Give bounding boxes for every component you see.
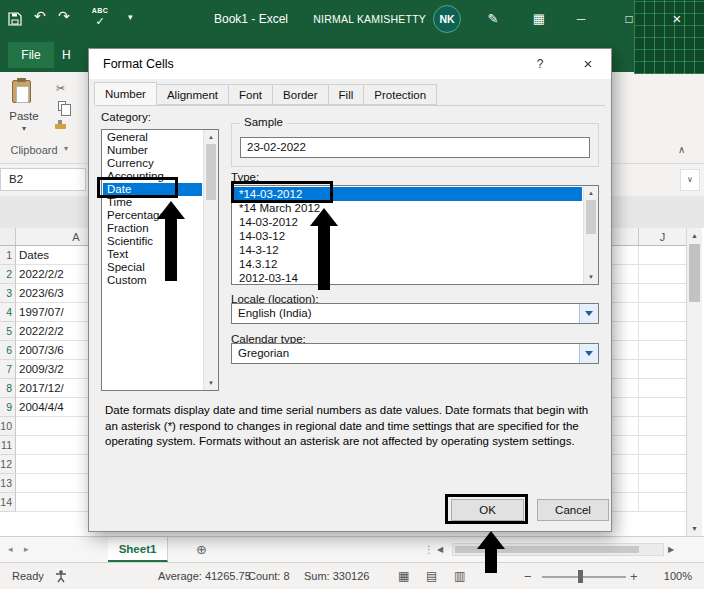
row-header[interactable]: 3 [0, 284, 16, 303]
scroll-down-icon[interactable]: ▼ [204, 376, 218, 390]
cell-j[interactable] [639, 246, 686, 265]
account-user-name[interactable]: NIRMAL KAMISHETTY [288, 0, 426, 38]
cell-j[interactable] [639, 265, 686, 284]
qat-dropdown-icon[interactable]: ▾ [128, 12, 133, 22]
scroll-down-icon[interactable]: ▼ [687, 521, 702, 536]
category-option[interactable]: Number [103, 144, 202, 157]
row-header[interactable]: 10 [0, 417, 16, 436]
dialog-help-icon[interactable]: ? [527, 49, 553, 79]
row-header[interactable]: 14 [0, 493, 16, 512]
file-tab[interactable]: File [8, 42, 54, 68]
format-painter-icon[interactable] [55, 124, 66, 129]
category-option[interactable]: Special [103, 261, 202, 274]
vertical-scrollbar-thumb[interactable] [689, 244, 700, 302]
zoom-in-icon[interactable]: + [630, 563, 638, 589]
row-header[interactable]: 8 [0, 379, 16, 398]
cancel-button[interactable]: Cancel [537, 499, 609, 521]
sheet-tab-sheet1[interactable]: Sheet1 [108, 537, 168, 562]
paste-dropdown-icon[interactable]: ▾ [2, 124, 46, 133]
calendar-type-dropdown[interactable]: Gregorian [231, 343, 599, 364]
save-icon[interactable] [8, 12, 22, 29]
row-header[interactable]: 12 [0, 455, 16, 474]
cell-j[interactable] [639, 341, 686, 360]
select-all-corner[interactable] [0, 228, 16, 245]
row-header[interactable]: 2 [0, 265, 16, 284]
cell-j[interactable] [639, 379, 686, 398]
row-header[interactable]: 11 [0, 436, 16, 455]
zoom-out-icon[interactable]: − [524, 563, 532, 589]
scroll-down-icon[interactable]: ▼ [584, 270, 598, 284]
grid-icon[interactable]: ▦ [524, 0, 554, 38]
category-option[interactable]: Percentage [103, 209, 202, 222]
cell-j[interactable] [639, 303, 686, 322]
clipboard-launcher-icon[interactable]: ▾ [64, 144, 68, 153]
scroll-up-icon[interactable]: ▲ [204, 130, 218, 144]
copy-icon[interactable] [58, 101, 66, 111]
chevron-down-icon[interactable] [579, 304, 598, 323]
cell-j[interactable] [639, 474, 686, 493]
cell-j[interactable] [639, 493, 686, 512]
dialog-close-icon[interactable]: × [573, 49, 603, 79]
locale-dropdown[interactable]: English (India) [231, 303, 599, 324]
row-header[interactable]: 13 [0, 474, 16, 493]
add-sheet-icon[interactable]: ⊕ [196, 537, 207, 562]
type-option[interactable]: 14-03-12 [233, 229, 582, 243]
category-option[interactable]: Text [103, 248, 202, 261]
spell-check-icon[interactable]: ABC [88, 7, 112, 14]
category-option[interactable]: General [103, 131, 202, 144]
name-box[interactable]: B2 [0, 168, 86, 191]
row-header[interactable]: 6 [0, 341, 16, 360]
type-option[interactable]: 14-03-2012 [233, 215, 582, 229]
type-option[interactable]: 2012-03-14 [233, 271, 582, 283]
cell-j[interactable] [639, 398, 686, 417]
row-header[interactable]: 9 [0, 398, 16, 417]
row-header[interactable]: 4 [0, 303, 16, 322]
maximize-button[interactable]: □ [614, 0, 644, 38]
pen-icon[interactable]: ✎ [478, 0, 508, 38]
row-header[interactable]: 1 [0, 246, 16, 265]
collapse-ribbon-icon[interactable]: ∧ [678, 144, 685, 155]
close-button[interactable]: × [662, 0, 692, 38]
view-normal-icon[interactable]: ▦ [398, 563, 409, 589]
vertical-scrollbar[interactable]: ▲ ▼ [686, 228, 702, 536]
avatar[interactable]: NK [433, 5, 461, 33]
category-option[interactable]: Fraction [103, 222, 202, 235]
category-scrollbar[interactable]: ▲ ▼ [203, 130, 218, 390]
tab-alignment[interactable]: Alignment [156, 84, 229, 105]
view-page-break-icon[interactable]: ▥ [454, 563, 465, 589]
category-option[interactable]: Scientific [103, 235, 202, 248]
cell-j[interactable] [639, 436, 686, 455]
undo-icon[interactable]: ↶ [34, 8, 46, 24]
scroll-right-icon[interactable]: ▶ [668, 537, 674, 562]
sheet-nav-right-icon[interactable]: ▸ [24, 537, 29, 562]
scroll-up-icon[interactable]: ▲ [687, 228, 702, 243]
type-scrollbar-thumb[interactable] [586, 200, 596, 234]
accessibility-icon[interactable] [54, 569, 68, 585]
cell-j[interactable] [639, 455, 686, 474]
category-option[interactable]: Currency [103, 157, 202, 170]
cell-j[interactable] [639, 322, 686, 341]
view-page-layout-icon[interactable]: ▤ [426, 563, 437, 589]
tab-number[interactable]: Number [94, 82, 157, 105]
home-tab-partial[interactable]: H [62, 42, 71, 68]
tab-border[interactable]: Border [272, 84, 329, 105]
zoom-level[interactable]: 100% [650, 563, 692, 589]
cell-j[interactable] [639, 360, 686, 379]
type-option[interactable]: 14-3-12 [233, 243, 582, 257]
minimize-button[interactable]: ─ [566, 0, 596, 38]
chevron-down-icon[interactable] [579, 344, 598, 363]
redo-icon[interactable]: ↷ [58, 8, 70, 24]
formula-bar-expand-icon[interactable]: ∨ [680, 169, 700, 191]
scroll-up-icon[interactable]: ▲ [584, 186, 598, 200]
zoom-slider-thumb[interactable] [578, 570, 583, 583]
paste-button[interactable]: Paste [2, 110, 46, 122]
cut-icon[interactable]: ✂ [56, 82, 65, 95]
zoom-slider[interactable] [542, 576, 626, 578]
row-header[interactable]: 5 [0, 322, 16, 341]
cell-j[interactable] [639, 284, 686, 303]
category-option[interactable]: Custom [103, 274, 202, 287]
category-scrollbar-thumb[interactable] [206, 144, 216, 200]
type-option[interactable]: 14.3.12 [233, 257, 582, 271]
sheet-nav-left-icon[interactable]: ◂ [8, 537, 13, 562]
row-header[interactable]: 7 [0, 360, 16, 379]
